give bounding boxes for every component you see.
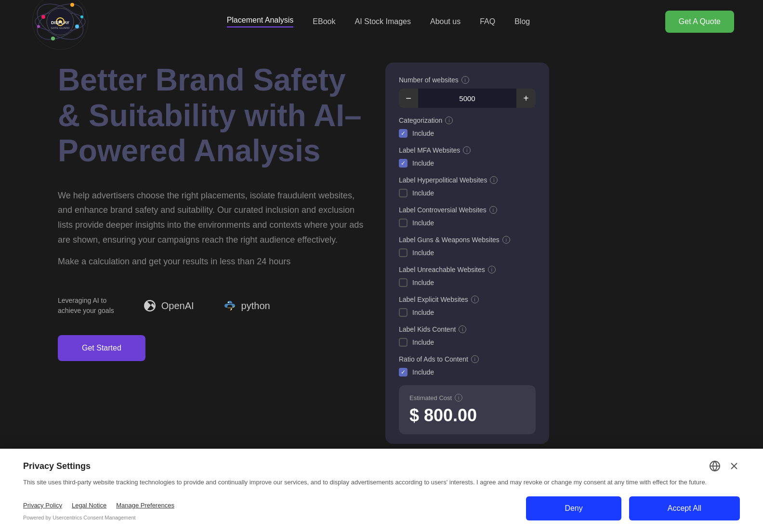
calc-checkbox-row-7: Include <box>399 338 536 347</box>
calc-checkbox-0[interactable] <box>399 129 408 138</box>
estimated-cost-value: $ 800.00 <box>409 405 525 426</box>
websites-input[interactable] <box>418 91 516 106</box>
calc-option-row-6: Label Explicit WebsitesiInclude <box>399 296 536 317</box>
calc-checkbox-row-3: Include <box>399 219 536 227</box>
svg-point-7 <box>70 3 74 7</box>
calc-checkbox-label-8: Include <box>412 368 434 376</box>
privacy-buttons: Deny Accept All <box>526 496 740 520</box>
privacy-icons <box>709 460 740 472</box>
calc-option-row-3: Label Controversial WebsitesiInclude <box>399 206 536 227</box>
accept-all-button[interactable]: Accept All <box>629 496 740 520</box>
calc-checkbox-5[interactable] <box>399 278 408 287</box>
globe-icon[interactable] <box>709 460 721 472</box>
nav-about-us[interactable]: About us <box>430 17 460 26</box>
calc-checkbox-row-2: Include <box>399 189 536 197</box>
calc-checkbox-2[interactable] <box>399 189 408 197</box>
calc-checkbox-label-1: Include <box>412 159 434 167</box>
websites-decrement-button[interactable]: − <box>399 89 418 108</box>
calc-checkbox-row-4: Include <box>399 248 536 257</box>
svg-point-6 <box>51 37 55 40</box>
nav-faq[interactable]: FAQ <box>480 17 495 26</box>
python-label: python <box>241 300 270 311</box>
option-info-icon-3[interactable]: i <box>489 206 497 214</box>
openai-label: OpenAI <box>161 300 194 311</box>
nav-ebook[interactable]: EBook <box>313 17 335 26</box>
legal-notice-link[interactable]: Legal Notice <box>72 502 106 509</box>
calc-checkbox-6[interactable] <box>399 308 408 317</box>
calc-checkbox-label-5: Include <box>412 279 434 286</box>
calc-checkbox-row-5: Include <box>399 278 536 287</box>
calc-checkbox-1[interactable] <box>399 159 408 168</box>
svg-text:DISPLAY: DISPLAY <box>51 20 69 25</box>
option-info-icon-5[interactable]: i <box>488 266 496 273</box>
calc-checkbox-label-3: Include <box>412 219 434 227</box>
option-info-icon-8[interactable]: i <box>471 355 479 363</box>
calc-checkbox-row-0: Include <box>399 129 536 138</box>
calc-option-row-1: Label MFA WebsitesiInclude <box>399 146 536 168</box>
navigation: DISPLAY GATE GUARD Placement Analysis EB… <box>0 0 763 43</box>
estimated-cost-label: Estimated Cost i <box>409 394 525 402</box>
svg-point-16 <box>230 309 231 310</box>
websites-info-icon[interactable]: i <box>461 76 469 84</box>
get-quote-button[interactable]: Get A Quote <box>665 11 734 33</box>
option-info-icon-6[interactable]: i <box>471 296 479 303</box>
calc-checkbox-label-2: Include <box>412 189 434 197</box>
option-info-icon-7[interactable]: i <box>459 325 466 333</box>
hero-cta-text: Make a calculation and get your results … <box>58 257 366 267</box>
calculator-panel: Number of websites i − + Categorizationi… <box>385 63 549 444</box>
calc-options-rows: CategorizationiIncludeLabel MFA Websites… <box>399 117 536 376</box>
nav-links: Placement Analysis EBook AI Stock Images… <box>227 16 530 27</box>
calc-option-row-2: Label Hyperpolitical WebsitesiInclude <box>399 176 536 197</box>
option-info-icon-1[interactable]: i <box>463 146 471 154</box>
hero-section: Better Brand Safety & Suitability with A… <box>0 43 763 463</box>
calc-option-label-3: Label Controversial Websitesi <box>399 206 536 214</box>
hero-title: Better Brand Safety & Suitability with A… <box>58 63 366 169</box>
calc-checkbox-8[interactable] <box>399 368 408 376</box>
websites-row: Number of websites i − + <box>399 76 536 108</box>
logos-row: Leveraging AI to achieve your goals Open… <box>58 296 366 316</box>
calc-checkbox-row-8: Include <box>399 368 536 376</box>
calc-option-label-1: Label MFA Websitesi <box>399 146 536 154</box>
calc-option-label-5: Label Unreachable Websitesi <box>399 266 536 273</box>
estimated-cost-info-icon[interactable]: i <box>455 394 462 402</box>
logos-label: Leveraging AI to achieve your goals <box>58 296 114 316</box>
option-info-icon-0[interactable]: i <box>445 117 453 124</box>
calc-checkbox-7[interactable] <box>399 338 408 347</box>
calc-option-label-4: Label Guns & Weapons Websitesi <box>399 236 536 244</box>
calc-checkbox-label-4: Include <box>412 249 434 257</box>
option-info-icon-4[interactable]: i <box>502 236 510 244</box>
nav-ai-stock-images[interactable]: AI Stock Images <box>355 17 411 26</box>
logo-area: DISPLAY GATE GUARD <box>29 0 92 53</box>
privacy-policy-link[interactable]: Privacy Policy <box>23 502 62 509</box>
calc-option-label-6: Label Explicit Websitesi <box>399 296 536 303</box>
calc-checkbox-3[interactable] <box>399 219 408 227</box>
svg-text:GATE GUARD: GATE GUARD <box>51 26 70 29</box>
calc-checkbox-label-0: Include <box>412 130 434 137</box>
powered-by: Powered by Usercentrics Consent Manageme… <box>23 515 174 520</box>
brand-logo[interactable]: DISPLAY GATE GUARD <box>29 0 92 53</box>
close-icon[interactable] <box>728 460 740 472</box>
websites-increment-button[interactable]: + <box>516 89 536 108</box>
hero-cta-button[interactable]: Get Started <box>58 335 145 361</box>
calc-option-label-7: Label Kids Contenti <box>399 325 536 333</box>
websites-input-row: − + <box>399 89 536 108</box>
calc-option-row-5: Label Unreachable WebsitesiInclude <box>399 266 536 287</box>
nav-blog[interactable]: Blog <box>514 17 530 26</box>
calc-option-row-4: Label Guns & Weapons WebsitesiInclude <box>399 236 536 257</box>
calc-option-label-0: Categorizationi <box>399 117 536 124</box>
calc-option-row-8: Ratio of Ads to ContentiInclude <box>399 355 536 376</box>
calc-option-label-2: Label Hyperpolitical Websitesi <box>399 176 536 184</box>
calc-checkbox-label-7: Include <box>412 338 434 346</box>
calculator-card: Number of websites i − + Categorizationi… <box>385 63 549 444</box>
manage-preferences-link[interactable]: Manage Preferences <box>116 502 174 509</box>
option-info-icon-2[interactable]: i <box>490 176 498 184</box>
calc-checkbox-4[interactable] <box>399 248 408 257</box>
calc-option-row-7: Label Kids ContentiInclude <box>399 325 536 347</box>
calc-option-row-0: CategorizationiInclude <box>399 117 536 138</box>
svg-point-8 <box>37 25 40 28</box>
deny-button[interactable]: Deny <box>526 496 621 520</box>
nav-placement-analysis[interactable]: Placement Analysis <box>227 16 294 27</box>
svg-point-5 <box>75 25 79 28</box>
calc-checkbox-row-6: Include <box>399 308 536 317</box>
hero-description: We help advertisers choose the right pla… <box>58 188 366 247</box>
